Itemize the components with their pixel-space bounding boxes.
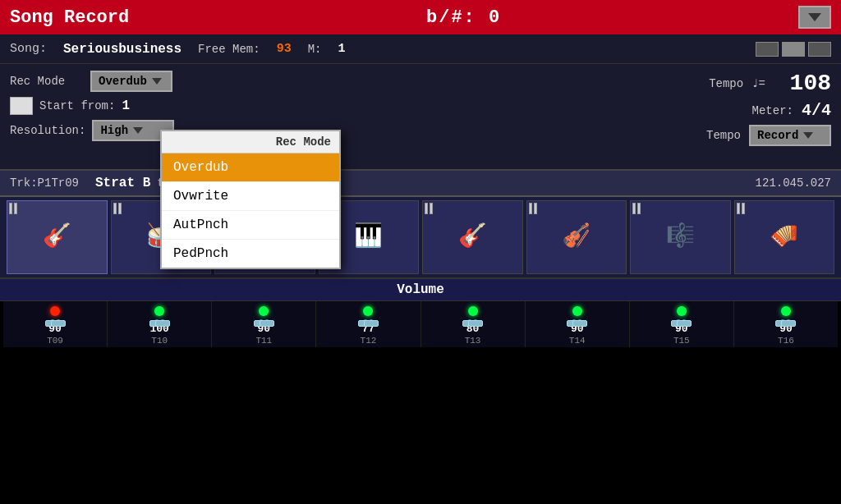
track-bar-left: [113, 203, 117, 214]
dropdown-item-pedpnch[interactable]: PedPnch: [162, 240, 339, 268]
resolution-arrow-icon: [133, 127, 143, 134]
dropdown-item-autpnch[interactable]: AutPnch: [162, 211, 339, 240]
fader-handle-T10-1[interactable]: [155, 320, 170, 327]
fader-track-T14-1: [578, 319, 581, 321]
track-bar-left: [9, 203, 12, 214]
track-bar-left: [529, 203, 532, 214]
fader-track-T11-1: [265, 319, 269, 321]
meter-row: Meter: 4/4: [752, 101, 831, 120]
tempo-bpm: 108: [774, 71, 831, 96]
fader-label-T16: T16: [778, 336, 794, 346]
fader-channel-T09: 90T09: [3, 301, 108, 347]
tempo-mode-label: Tempo: [706, 129, 741, 142]
m-label: M:: [308, 43, 322, 56]
instrument-icon-3: 🎹: [354, 226, 383, 249]
tempo-mode-arrow-icon: [803, 132, 813, 139]
fader-label-T15: T15: [673, 336, 690, 346]
fader-led-T16: [781, 306, 791, 316]
fader-track-T09-1: [57, 319, 60, 321]
fader-track-T10-1: [161, 319, 164, 321]
start-from-label: Start from:: [39, 99, 115, 112]
start-from-indicator: [10, 97, 33, 115]
volume-header: Volume: [0, 279, 841, 301]
track-indicator-1: [113, 203, 122, 214]
start-from-row: Start from: 1: [10, 97, 306, 115]
track-info-bar: Trk:P1Tr09 Strat B tarre 121.045.027: [0, 171, 841, 197]
fader-led-T10: [154, 306, 164, 316]
fader-track-T16-1: [787, 319, 790, 321]
fader-track-area-T14: [527, 319, 627, 321]
fader-track-area-T10: [109, 319, 209, 321]
fader-track-area-T13: [423, 319, 523, 321]
scroll-down-button[interactable]: [798, 6, 831, 29]
fader-handle-T14-1[interactable]: [572, 320, 587, 327]
volume-area: Volume 90T09100T1090T1177T1280T1390T1490…: [0, 279, 841, 347]
track-bar-right: [118, 203, 122, 214]
trk-name: Strat B: [95, 176, 150, 190]
trk-position: 121.045.027: [756, 176, 831, 190]
fader-led-T12: [363, 306, 373, 316]
fader-led-T11: [259, 306, 269, 316]
instrument-slot-5[interactable]: 🎻: [526, 200, 627, 274]
fader-track-T13-1: [474, 319, 477, 321]
rec-mode-dropdown-button[interactable]: Overdub: [90, 71, 172, 92]
instrument-icon-7: 🪗: [770, 226, 798, 249]
start-from-value: 1: [122, 99, 130, 113]
track-bar-right: [14, 203, 17, 214]
dropdown-item-overdub[interactable]: Overdub: [162, 153, 339, 182]
track-bar-left: [425, 203, 428, 214]
rec-mode-label: Rec Mode: [10, 75, 84, 88]
fader-handle-T13-1[interactable]: [468, 320, 483, 327]
fader-track-area-T16: [736, 319, 836, 321]
scroll-indicator: [756, 42, 831, 57]
dropdown-item-ovwrite[interactable]: Ovwrite: [162, 182, 339, 211]
song-info-bar: Song: Seriousbusiness Free Mem: 93 M: 1: [0, 34, 841, 64]
fader-led-T09: [50, 306, 60, 316]
fader-channel-T16: 90T16: [734, 301, 838, 347]
trk-label: Trk:P1Tr09: [10, 176, 79, 190]
right-controls: Tempo ♩= 108 Meter: 4/4 Tempo Record: [706, 71, 831, 163]
tempo-mode-row: Tempo Record: [706, 125, 831, 146]
rec-mode-value: Overdub: [99, 75, 147, 88]
svg-marker-0: [808, 13, 821, 21]
beat-hash: b/#: 0: [426, 7, 501, 28]
resolution-value: High: [100, 124, 128, 137]
scroll-box-3: [808, 42, 831, 57]
fader-label-T10: T10: [151, 336, 168, 346]
song-label: Song:: [10, 42, 47, 56]
fader-label-T09: T09: [47, 336, 63, 346]
track-indicator-4: [425, 203, 433, 214]
tempo-label: Tempo: [709, 77, 743, 90]
instruments-area: 🎸🥁🥁🎹🎸🎻🎼🪗: [0, 197, 841, 279]
instrument-slot-4[interactable]: 🎸: [422, 200, 523, 274]
fader-channel-T12: 77T12: [316, 301, 420, 347]
free-mem-value: 93: [277, 42, 292, 56]
fader-channel-T11: 90T11: [212, 301, 316, 347]
fader-handle-T11-1[interactable]: [260, 320, 274, 327]
instrument-slot-0[interactable]: 🎸: [7, 200, 108, 274]
fader-handle-T16-1[interactable]: [781, 320, 796, 327]
track-indicator-5: [529, 203, 537, 214]
fader-handle-T15-1[interactable]: [677, 320, 692, 327]
track-indicator-7: [737, 203, 745, 214]
track-bar-right: [430, 203, 433, 214]
instrument-slot-6[interactable]: 🎼: [630, 200, 731, 274]
track-bar-right: [534, 203, 537, 214]
fader-handle-T09-1[interactable]: [51, 320, 66, 327]
tempo-symbol: ♩=: [751, 76, 765, 90]
tempo-row: Tempo ♩= 108: [709, 71, 831, 96]
m-value: 1: [338, 42, 346, 56]
fader-track-area-T15: [632, 319, 732, 321]
track-bar-right: [742, 203, 745, 214]
instrument-slot-7[interactable]: 🪗: [734, 200, 835, 274]
track-indicator-6: [632, 203, 641, 214]
instrument-icon-0: 🎸: [43, 226, 71, 249]
faders-row: 90T09100T1090T1177T1280T1390T1490T1590T1…: [0, 301, 841, 347]
tempo-mode-dropdown-button[interactable]: Record: [749, 125, 831, 146]
fader-channel-T14: 90T14: [526, 301, 630, 347]
track-bar-right: [637, 203, 641, 214]
scroll-box-2: [782, 42, 805, 57]
free-mem-label: Free Mem:: [198, 43, 260, 56]
fader-handle-T12-1[interactable]: [364, 320, 379, 327]
resolution-label: Resolution:: [10, 124, 85, 137]
